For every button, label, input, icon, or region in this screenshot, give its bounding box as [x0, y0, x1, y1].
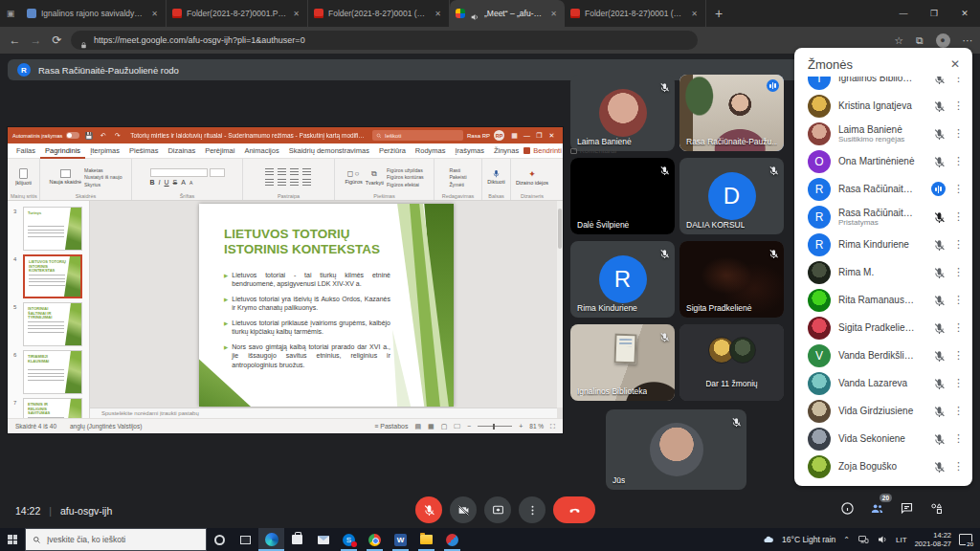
browser-tab[interactable]: Folder(2021-8-27)0001 (2).PDF ✕	[565, 0, 706, 27]
participant-more-icon[interactable]: ⋮	[953, 294, 963, 306]
participant-row[interactable]: R Rasa Račiūnaitė-Paužuoli... ⋮	[794, 175, 972, 203]
participant-more-icon[interactable]: ⋮	[953, 432, 963, 445]
layout-button[interactable]: Maketas	[84, 167, 122, 173]
browser-menu-icon[interactable]: ⋯	[963, 34, 973, 46]
normal-view-icon[interactable]: ▤	[414, 423, 421, 430]
section-button[interactable]: Skyrius	[84, 182, 122, 187]
paragraph-buttons[interactable]	[265, 168, 312, 187]
paste-button[interactable]: Įklijuoti	[15, 168, 32, 186]
slide-thumbnail[interactable]: 4 LIETUVOS TOTORIŲ ISTORINIS KONTEKSTAS	[8, 253, 89, 300]
tab-close-icon[interactable]: ✕	[548, 10, 559, 18]
url-field[interactable]: https://meet.google.com/afu-osgv-ijh?pli…	[71, 31, 698, 50]
video-tile[interactable]: Ignalinos Biblioteka	[570, 324, 675, 401]
fit-slide-icon[interactable]: ⛶	[550, 423, 555, 430]
video-tile[interactable]: Jūs	[606, 409, 746, 490]
participant-more-icon[interactable]: ⋮	[953, 155, 963, 167]
current-slide[interactable]: LIETUVOS TOTORIŲ ISTORINIS KONTEKSTAS ▶ …	[199, 204, 454, 407]
video-tile[interactable]: Sigita Pradkelienė	[679, 241, 784, 318]
participant-more-icon[interactable]: ⋮	[953, 127, 963, 140]
participant-row[interactable]: Sigita Pradkelienė ⋮	[794, 314, 972, 342]
participant-row[interactable]: Rima M. ⋮	[794, 258, 972, 286]
ribbon-tab[interactable]: Peržiūra	[374, 143, 411, 159]
participant-row[interactable]: R Rima Kinduriene ⋮	[794, 231, 972, 258]
ribbon-tab[interactable]: Skaidrių demonstravimas	[284, 143, 374, 159]
participant-row[interactable]: Vida Sekoniene ⋮	[794, 425, 972, 452]
slide-thumbnail[interactable]: 6 TIRIAMIEJI KLAUSIMAI	[8, 348, 89, 396]
language-indicator[interactable]: LIT	[896, 536, 907, 544]
participant-row[interactable]: Kristina Ignatjeva ⋮	[794, 92, 972, 120]
ribbon-tab[interactable]: Piešimas	[124, 143, 163, 159]
notes-placeholder[interactable]: Spustelėkite norėdami įtraukti pastabų	[90, 408, 557, 418]
volume-icon[interactable]	[877, 534, 888, 545]
tab-close-icon[interactable]: ✕	[433, 10, 443, 18]
slide-thumbnail[interactable]: 5 ISTORINIAI ŠALTINIAI IR TYRINĖJIMAI	[8, 300, 89, 348]
network-icon[interactable]	[858, 534, 869, 545]
slide-scrollbar[interactable]	[557, 201, 563, 408]
window-maximize-button[interactable]: ❐	[919, 0, 949, 27]
taskbar-app-mail[interactable]	[310, 528, 336, 551]
comments-button[interactable]: Komentarai	[570, 146, 616, 155]
video-tile[interactable]: D DALIA KORSUL	[679, 158, 784, 234]
browser-tab[interactable]: Folder(2021-8-27)0001 (1).PDF ✕	[308, 0, 450, 27]
participant-row[interactable]: Vida Girdziusiene ⋮	[794, 397, 972, 425]
font-format-buttons[interactable]: BIUSAA	[150, 179, 225, 186]
browser-profile-avatar[interactable]: ●	[936, 33, 950, 48]
ppt-restore-button[interactable]: ❐	[533, 132, 546, 140]
replace-button[interactable]: Pakeisti	[449, 174, 466, 180]
chat-button[interactable]	[900, 501, 914, 519]
zoom-slider[interactable]	[478, 426, 512, 427]
ppt-close-button[interactable]: ✕	[546, 132, 558, 140]
collections-icon[interactable]: ⧉	[916, 34, 924, 47]
ribbon-tab[interactable]: Įterpimas	[85, 143, 124, 159]
notes-toggle[interactable]: ≡ Pastabos	[374, 423, 408, 430]
undo-icon[interactable]: ↶	[98, 132, 108, 140]
participant-more-icon[interactable]: ⋮	[953, 405, 963, 417]
ribbon-tab[interactable]: Įrašymas	[451, 143, 489, 159]
browser-tab[interactable]: „Meet“ – „afu-osgv-ijh“ ✕	[450, 0, 565, 27]
taskbar-app-skype[interactable]: S	[336, 528, 362, 551]
taskbar-app-chrome[interactable]	[362, 528, 388, 551]
participant-more-icon[interactable]: ⋮	[953, 349, 963, 362]
tab-close-icon[interactable]: ✕	[689, 10, 700, 18]
close-icon[interactable]: ✕	[947, 57, 963, 71]
weather-text[interactable]: 16°C Light rain	[782, 535, 835, 544]
ribbon-tab[interactable]: Rodymas	[411, 143, 451, 159]
start-button[interactable]	[0, 528, 25, 551]
shape-fill-button[interactable]: Figūros užpildas	[387, 167, 424, 173]
taskbar-app-explorer[interactable]	[413, 528, 439, 551]
taskbar-search-input[interactable]: Įveskite čia, ko ieškoti	[25, 528, 207, 551]
tab-close-icon[interactable]: ✕	[291, 10, 301, 18]
redo-icon[interactable]: ↷	[112, 132, 122, 140]
participant-more-icon[interactable]: ⋮	[953, 377, 963, 389]
leave-call-button[interactable]	[553, 496, 595, 523]
tab-close-icon[interactable]: ✕	[149, 10, 160, 18]
ribbon-tab[interactable]: Failas	[11, 143, 40, 159]
reading-view-icon[interactable]: ▢	[441, 423, 448, 430]
ribbon-tab[interactable]: Pagrindinis	[40, 143, 85, 159]
ribbon-tab[interactable]: Dizainas	[163, 143, 200, 159]
mic-toggle-button[interactable]	[415, 496, 442, 523]
participant-more-icon[interactable]: ⋮	[953, 210, 963, 223]
design-ideas-button[interactable]: ✦Dizaino idėjos	[516, 169, 548, 186]
shape-outline-button[interactable]: Figūros kontūras	[387, 174, 424, 180]
zoom-in-icon[interactable]: +	[519, 423, 523, 430]
participant-row[interactable]: R Rasa Račiūnaitė-Paužuoli... Pristatyma…	[794, 203, 972, 231]
find-button[interactable]: Rasti	[449, 167, 466, 173]
shapes-button[interactable]: ◻○Figūros	[345, 169, 362, 185]
taskbar-clock[interactable]: 14:222021-08-27	[915, 531, 951, 548]
autosave-toggle[interactable]	[66, 132, 79, 139]
arrange-button[interactable]: ⧉Tvarkyti	[366, 169, 384, 186]
activities-button[interactable]	[929, 501, 944, 519]
participant-more-icon[interactable]: ⋮	[953, 321, 963, 334]
new-slide-button[interactable]: Nauja skaidrė	[49, 169, 81, 185]
participant-more-icon[interactable]: ⋮	[953, 77, 963, 84]
participant-row[interactable]: O Ona Martinėnienė ⋮	[794, 147, 972, 175]
more-options-button[interactable]	[519, 496, 546, 523]
participant-row[interactable]: I Ignalinos Biblioteka ⋮	[794, 77, 972, 92]
participant-row[interactable]: Laima Banienė Susitikimo rengėjas ⋮	[794, 120, 972, 147]
ppt-user-avatar[interactable]: RP	[494, 130, 504, 141]
tray-expand-icon[interactable]: ⌃	[843, 536, 850, 544]
video-tile[interactable]: Dar 11 žmonių	[679, 324, 784, 401]
meeting-details-button[interactable]	[840, 501, 855, 519]
share-button[interactable]: Bendrinti	[523, 146, 562, 155]
